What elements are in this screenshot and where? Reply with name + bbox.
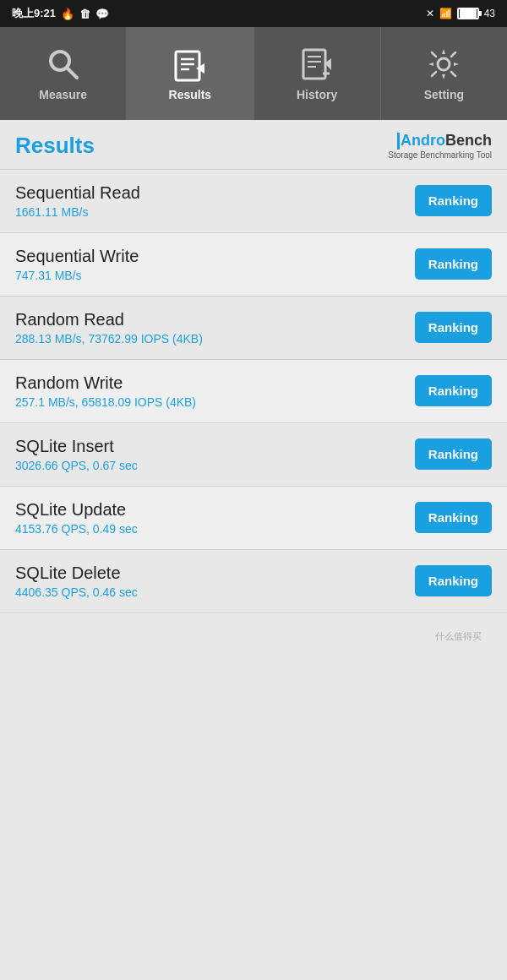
ranking-button[interactable]: Ranking [415,312,492,343]
tab-setting-label: Setting [424,88,464,101]
bench-value: 3026.66 QPS, 0.67 sec [15,459,415,472]
watermark-text: 什么值得买 [17,630,490,643]
bench-info: SQLite Delete 4406.35 QPS, 0.46 sec [15,564,415,599]
battery-level: 43 [484,8,495,19]
bench-value: 747.31 MB/s [15,269,415,282]
logo-subtitle: Storage Benchmarking Tool [388,150,492,161]
footer: 什么值得买 [0,613,507,681]
bench-info: SQLite Update 4153.76 QPS, 0.49 sec [15,500,415,536]
ranking-button[interactable]: Ranking [415,185,492,216]
bench-value: 4153.76 QPS, 0.49 sec [15,522,415,536]
results-header: Results AndroBench Storage Benchmarking … [0,120,507,170]
message-icon: 💬 [95,8,109,20]
battery-icon [457,8,479,19]
bench-value: 288.13 MB/s, 73762.99 IOPS (4KB) [15,332,415,346]
bench-value: 257.1 MB/s, 65818.09 IOPS (4KB) [15,395,415,409]
bench-info: Sequential Write 747.31 MB/s [15,247,415,282]
wifi-icon: 📶 [439,8,452,19]
status-bar: 晚上9:21 🔥 🗑 💬 ✕ 📶 43 [0,0,507,27]
bench-name: Random Write [15,373,415,393]
history-icon [298,46,335,83]
bench-value: 4406.35 QPS, 0.46 sec [15,585,415,599]
bench-name: SQLite Delete [15,564,415,583]
androbench-logo: AndroBench Storage Benchmarking Tool [388,132,492,161]
benchmark-row: Sequential Write 747.31 MB/s Ranking [0,233,507,297]
bench-info: SQLite Insert 3026.66 QPS, 0.67 sec [15,437,415,472]
logo-blue-text: Andro [401,132,445,149]
delete-icon: 🗑 [79,8,90,20]
benchmark-row: SQLite Delete 4406.35 QPS, 0.46 sec Rank… [0,550,507,613]
tab-history-label: History [297,88,337,101]
bench-name: Sequential Read [15,183,415,203]
ranking-button[interactable]: Ranking [415,502,492,533]
status-indicators: ✕ 📶 43 [426,8,495,19]
measure-icon [45,46,82,83]
bench-name: SQLite Update [15,500,415,520]
bench-info: Sequential Read 1661.11 MB/s [15,183,415,219]
close-icon: ✕ [426,8,434,19]
setting-icon [425,46,462,83]
benchmark-row: Random Read 288.13 MB/s, 73762.99 IOPS (… [0,297,507,360]
tab-history[interactable]: History [254,27,381,120]
tab-measure[interactable]: Measure [0,27,127,120]
tab-measure-label: Measure [39,88,87,101]
logo-dark-text: Bench [445,132,492,149]
benchmark-row: SQLite Insert 3026.66 QPS, 0.67 sec Rank… [0,423,507,487]
svg-line-1 [67,68,77,78]
ranking-button[interactable]: Ranking [415,248,492,280]
bench-name: Random Read [15,310,415,329]
bench-name: Sequential Write [15,247,415,266]
androbench-name: AndroBench [388,132,492,150]
bench-name: SQLite Insert [15,437,415,456]
benchmark-row: Random Write 257.1 MB/s, 65818.09 IOPS (… [0,360,507,423]
benchmark-row: SQLite Update 4153.76 QPS, 0.49 sec Rank… [0,487,507,550]
bench-value: 1661.11 MB/s [15,205,415,219]
ranking-button[interactable]: Ranking [415,375,492,406]
results-icon [172,46,209,83]
main-content: Results AndroBench Storage Benchmarking … [0,120,507,681]
bench-info: Random Write 257.1 MB/s, 65818.09 IOPS (… [15,373,415,409]
ranking-button[interactable]: Ranking [415,565,492,596]
tab-results[interactable]: Results [127,27,254,120]
svg-rect-2 [176,52,199,80]
tab-results-label: Results [169,88,212,101]
benchmark-list: Sequential Read 1661.11 MB/s Ranking Seq… [0,170,507,613]
svg-point-13 [438,58,450,70]
status-time: 晚上9:21 🔥 🗑 💬 [12,6,109,21]
tab-setting[interactable]: Setting [381,27,507,120]
ranking-button[interactable]: Ranking [415,438,492,470]
fire-icon: 🔥 [61,8,74,20]
benchmark-row: Sequential Read 1661.11 MB/s Ranking [0,170,507,233]
bench-info: Random Read 288.13 MB/s, 73762.99 IOPS (… [15,310,415,346]
time-text: 晚上9:21 [12,6,56,21]
page-title: Results [15,133,95,159]
nav-tabs: Measure Results History [0,27,507,120]
svg-rect-7 [303,50,325,79]
